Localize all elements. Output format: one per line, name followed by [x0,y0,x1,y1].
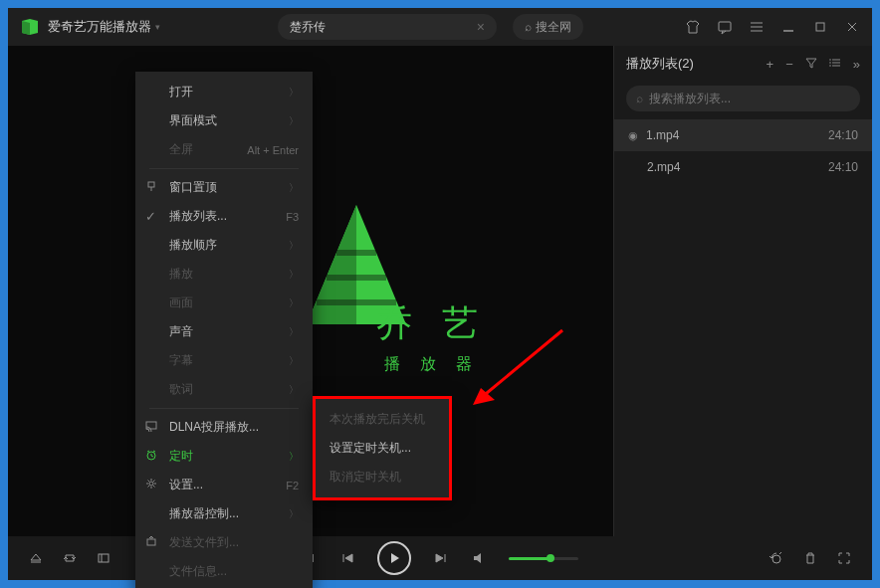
svg-rect-5 [816,23,824,31]
send-icon [145,535,157,550]
feedback-icon[interactable] [717,19,733,35]
menu-separator [149,168,299,169]
menu-item-label: 打开 [169,84,193,100]
fullscreen-icon[interactable] [836,550,852,566]
menu-item-label: 播放列表... [169,208,227,225]
chevron-right-icon: 〉 [289,114,299,128]
playlist-item-duration: 24:10 [828,160,858,174]
svg-rect-26 [147,539,155,545]
submenu-item-label: 取消定时关机 [330,469,401,486]
app-title-dropdown[interactable]: 爱奇艺万能播放器 ▾ [48,18,160,36]
playlist-title: 播放列表(2) [626,55,694,73]
menu-item-label: 发送文件到... [169,534,239,551]
timer-submenu[interactable]: 本次播放完后关机设置定时关机...取消定时关机 [313,396,452,500]
menu-item: 发送文件到... [135,528,313,557]
playlist-remove-button[interactable]: − [785,57,793,72]
pin-icon [145,180,157,195]
menu-item[interactable]: ✓播放列表...F3 [135,202,313,231]
chevron-right-icon: 〉 [289,354,299,368]
chevron-right-icon: 〉 [289,507,299,521]
menu-shortcut: F2 [286,480,299,491]
menu-item-label: 画面 [169,294,193,311]
eject-icon[interactable] [28,550,44,566]
menu-item[interactable]: 设置...F2 [135,471,313,499]
playlist-search-input[interactable] [649,92,850,105]
menu-item-label: 播放顺序 [169,237,217,254]
playlist-panel: 播放列表(2) + − » ⌕ ◉1.mp424:102.mp424:10 [613,46,872,536]
menu-item[interactable]: 声音〉 [135,317,313,346]
volume-thumb[interactable] [547,554,554,562]
svg-point-14 [829,59,831,61]
search-input[interactable] [290,20,477,34]
snapshot-icon[interactable] [769,550,784,566]
menu-item: 全屏Alt + Enter [135,135,313,164]
menu-item[interactable]: 播放顺序〉 [135,231,313,260]
menu-item[interactable]: 定时〉 [135,442,313,471]
menu-item-label: 播放器控制... [169,505,239,522]
submenu-item[interactable]: 设置定时关机... [316,434,449,463]
menu-shortcut: Alt + Enter [247,144,299,156]
playlist-list-button[interactable] [829,57,841,72]
svg-rect-9 [327,275,386,281]
playlist-add-button[interactable]: + [767,57,774,72]
menu-item: 画面〉 [135,289,313,317]
svg-rect-17 [99,554,109,562]
menu-item-label: 声音 [169,323,193,340]
search-web-label: 搜全网 [536,19,571,36]
delete-icon[interactable] [802,550,818,566]
chevron-right-icon: 〉 [289,86,299,99]
play-button[interactable] [377,541,411,575]
close-button[interactable] [844,19,860,35]
app-logo-icon [20,17,40,37]
playlist-item[interactable]: ◉1.mp424:10 [614,119,872,151]
chevron-right-icon: 〉 [289,383,299,397]
minimize-button[interactable] [780,19,796,35]
svg-point-15 [829,62,831,64]
chevron-right-icon: 〉 [289,450,299,464]
menu-item: 播放〉 [135,260,313,289]
menu-item[interactable]: 打开〉 [135,78,313,106]
volume-icon[interactable] [471,550,487,566]
now-playing-icon: ◉ [628,129,638,142]
menu-item: 字幕〉 [135,346,313,375]
logo-sub-text: 播 放 器 [384,354,481,375]
logo-main-text: 乔 艺 [376,299,488,348]
playlist-search-box[interactable]: ⌕ [626,86,860,111]
menu-item[interactable]: 播放器控制...〉 [135,499,313,528]
menu-item-label: 窗口置顶 [169,179,217,196]
menu-item[interactable]: 界面模式〉 [135,106,313,135]
volume-slider[interactable] [509,557,578,560]
chevron-right-icon: 〉 [289,239,299,253]
menu-item[interactable]: DLNA投屏播放... [135,413,313,442]
titlebar: 爱奇艺万能播放器 ▾ × ⌕ 搜全网 [8,8,872,46]
playlist-header: 播放列表(2) + − » [614,46,872,82]
search-web-button[interactable]: ⌕ 搜全网 [513,14,583,40]
menu-item-label: 播放 [169,266,193,283]
context-menu[interactable]: 打开〉界面模式〉全屏Alt + Enter窗口置顶〉✓播放列表...F3播放顺序… [135,72,313,588]
app-title-text: 爱奇艺万能播放器 [48,18,151,36]
prev-button[interactable] [339,550,355,566]
gear-icon [145,478,157,492]
maximize-button[interactable] [812,19,828,35]
next-button[interactable] [433,550,449,566]
playlist-item[interactable]: 2.mp424:10 [614,151,872,183]
menu-item-label: DLNA投屏播放... [169,419,259,436]
menu-item-label: 文件信息... [169,563,227,580]
search-box[interactable]: × [278,14,497,40]
repeat-icon[interactable] [62,550,78,566]
playlist-collapse-button[interactable]: » [853,57,860,72]
cast-icon [145,420,157,435]
chevron-right-icon: 〉 [289,296,299,310]
menu-item: 文件信息... [135,557,313,586]
menu-item-label: 全屏 [169,141,193,158]
svg-rect-21 [148,182,154,187]
playlist-filter-button[interactable] [805,57,817,72]
menu-shortcut: F3 [286,211,299,223]
chapter-icon[interactable] [96,550,111,566]
menu-item[interactable]: 窗口置顶〉 [135,173,313,202]
menu-icon[interactable] [749,19,765,35]
shirt-icon[interactable] [685,19,701,35]
submenu-item-label: 设置定时关机... [330,440,411,457]
clear-icon[interactable]: × [477,19,485,35]
svg-rect-8 [336,250,376,256]
